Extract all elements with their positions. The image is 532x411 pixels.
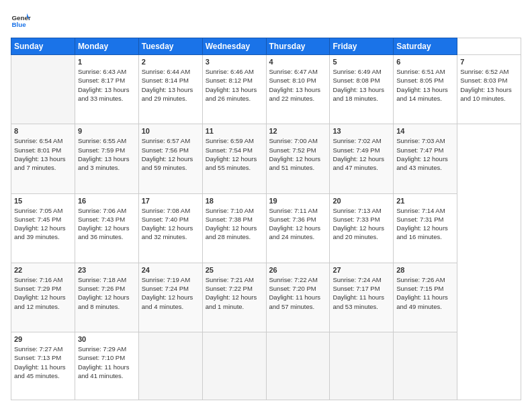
day-cell-19: 19Sunrise: 7:11 AMSunset: 7:36 PMDayligh… xyxy=(266,193,330,263)
day-header-thursday: Thursday xyxy=(266,38,330,55)
day-cell-27: 27Sunrise: 7:24 AMSunset: 7:17 PMDayligh… xyxy=(330,263,394,332)
page: General Blue SundayMondayTuesdayWednesda… xyxy=(0,0,532,411)
day-cell-10: 10Sunrise: 6:57 AMSunset: 7:56 PMDayligh… xyxy=(138,124,202,193)
day-header-sunday: Sunday xyxy=(11,38,75,55)
day-cell-18: 18Sunrise: 7:10 AMSunset: 7:38 PMDayligh… xyxy=(202,193,266,263)
logo-icon: General Blue xyxy=(11,11,31,31)
day-cell-12: 12Sunrise: 7:00 AMSunset: 7:52 PMDayligh… xyxy=(266,124,330,193)
day-header-saturday: Saturday xyxy=(394,38,457,55)
day-cell-14: 14Sunrise: 7:03 AMSunset: 7:47 PMDayligh… xyxy=(394,124,457,193)
day-cell-28: 28Sunrise: 7:26 AMSunset: 7:15 PMDayligh… xyxy=(394,263,457,332)
calendar-header-row: SundayMondayTuesdayWednesdayThursdayFrid… xyxy=(11,38,521,55)
empty-cell xyxy=(11,55,75,124)
day-cell-17: 17Sunrise: 7:08 AMSunset: 7:40 PMDayligh… xyxy=(138,193,202,263)
day-cell-20: 20Sunrise: 7:13 AMSunset: 7:33 PMDayligh… xyxy=(330,193,394,263)
week-row-5: 29Sunrise: 7:27 AMSunset: 7:13 PMDayligh… xyxy=(11,332,521,400)
day-cell-9: 9Sunrise: 6:55 AMSunset: 7:59 PMDaylight… xyxy=(75,124,138,193)
day-cell-5: 5Sunrise: 6:49 AMSunset: 8:08 PMDaylight… xyxy=(330,55,394,124)
day-cell-3: 3Sunrise: 6:46 AMSunset: 8:12 PMDaylight… xyxy=(202,55,266,124)
calendar-table: SundayMondayTuesdayWednesdayThursdayFrid… xyxy=(11,38,521,400)
week-row-4: 22Sunrise: 7:16 AMSunset: 7:29 PMDayligh… xyxy=(11,263,521,332)
day-cell-23: 23Sunrise: 7:18 AMSunset: 7:26 PMDayligh… xyxy=(75,263,138,332)
day-cell-22: 22Sunrise: 7:16 AMSunset: 7:29 PMDayligh… xyxy=(11,263,75,332)
calendar-body: 1Sunrise: 6:43 AMSunset: 8:17 PMDaylight… xyxy=(11,55,521,400)
logo: General Blue xyxy=(11,11,31,31)
day-cell-11: 11Sunrise: 6:59 AMSunset: 7:54 PMDayligh… xyxy=(202,124,266,193)
day-header-monday: Monday xyxy=(75,38,138,55)
day-header-friday: Friday xyxy=(330,38,394,55)
day-cell-1: 1Sunrise: 6:43 AMSunset: 8:17 PMDaylight… xyxy=(75,55,138,124)
week-row-1: 1Sunrise: 6:43 AMSunset: 8:17 PMDaylight… xyxy=(11,55,521,124)
day-cell-25: 25Sunrise: 7:21 AMSunset: 7:22 PMDayligh… xyxy=(202,263,266,332)
day-cell-24: 24Sunrise: 7:19 AMSunset: 7:24 PMDayligh… xyxy=(138,263,202,332)
empty-cell xyxy=(330,332,394,400)
day-cell-15: 15Sunrise: 7:05 AMSunset: 7:45 PMDayligh… xyxy=(11,193,75,263)
empty-cell xyxy=(138,332,202,400)
day-cell-4: 4Sunrise: 6:47 AMSunset: 8:10 PMDaylight… xyxy=(266,55,330,124)
day-cell-2: 2Sunrise: 6:44 AMSunset: 8:14 PMDaylight… xyxy=(138,55,202,124)
empty-cell xyxy=(202,332,266,400)
empty-cell xyxy=(394,332,457,400)
day-header-tuesday: Tuesday xyxy=(138,38,202,55)
day-cell-30: 30Sunrise: 7:29 AMSunset: 7:10 PMDayligh… xyxy=(75,332,138,400)
header: General Blue xyxy=(11,11,521,31)
empty-cell xyxy=(266,332,330,400)
day-cell-6: 6Sunrise: 6:51 AMSunset: 8:05 PMDaylight… xyxy=(394,55,457,124)
day-header-wednesday: Wednesday xyxy=(202,38,266,55)
day-cell-16: 16Sunrise: 7:06 AMSunset: 7:43 PMDayligh… xyxy=(75,193,138,263)
day-cell-7: 7Sunrise: 6:52 AMSunset: 8:03 PMDaylight… xyxy=(457,55,521,124)
day-cell-29: 29Sunrise: 7:27 AMSunset: 7:13 PMDayligh… xyxy=(11,332,75,400)
week-row-2: 8Sunrise: 6:54 AMSunset: 8:01 PMDaylight… xyxy=(11,124,521,193)
day-cell-13: 13Sunrise: 7:02 AMSunset: 7:49 PMDayligh… xyxy=(330,124,394,193)
week-row-3: 15Sunrise: 7:05 AMSunset: 7:45 PMDayligh… xyxy=(11,193,521,263)
day-cell-21: 21Sunrise: 7:14 AMSunset: 7:31 PMDayligh… xyxy=(394,193,457,263)
svg-text:Blue: Blue xyxy=(12,21,27,28)
day-cell-26: 26Sunrise: 7:22 AMSunset: 7:20 PMDayligh… xyxy=(266,263,330,332)
day-cell-8: 8Sunrise: 6:54 AMSunset: 8:01 PMDaylight… xyxy=(11,124,75,193)
